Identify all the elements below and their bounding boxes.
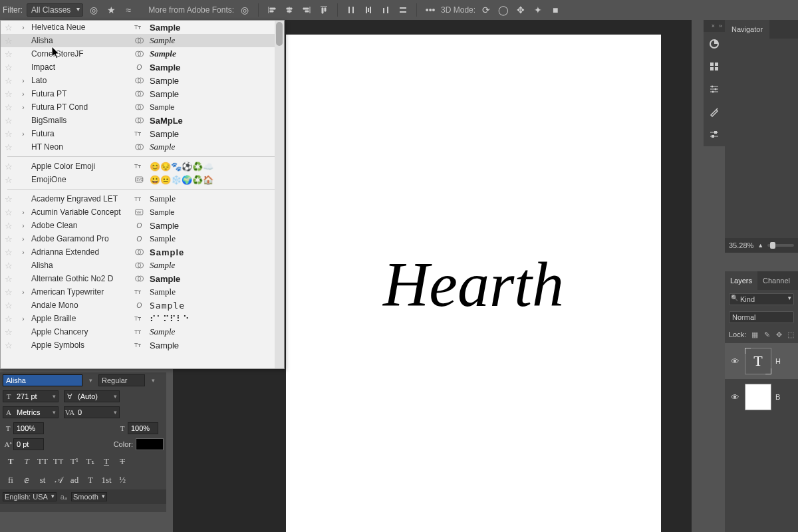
layer-visibility-icon[interactable]: 👁 [729, 356, 741, 366]
channels-tab[interactable]: Channel [757, 271, 795, 290]
align-left-icon[interactable] [265, 3, 279, 17]
font-style-dd[interactable]: ▾ [149, 377, 157, 384]
char-font-style-input[interactable] [98, 374, 145, 386]
swash-button[interactable]: 𝒜 [52, 473, 65, 487]
align-top-icon[interactable] [317, 3, 331, 17]
font-row[interactable]: ☆›AlishaSample [1, 34, 284, 47]
antialiasing-select[interactable]: Smooth [71, 492, 107, 501]
kerning-field[interactable]: AMetrics▾ [3, 406, 59, 418]
text-layer-content[interactable]: Hearth [286, 247, 661, 321]
expand-family-icon[interactable]: › [17, 77, 30, 84]
layer-visibility-icon[interactable]: 👁 [729, 392, 741, 402]
distribute-vcenter-icon[interactable] [362, 3, 375, 17]
underline-button[interactable]: T [100, 455, 113, 468]
favorite-star-icon[interactable]: ☆ [1, 129, 17, 139]
char-font-family-input[interactable] [3, 374, 82, 386]
faux-italic-button[interactable]: T [20, 455, 33, 468]
favorite-star-icon[interactable]: ☆ [1, 23, 17, 33]
3d-pan-icon[interactable]: ✥ [514, 3, 527, 17]
expand-family-icon[interactable]: › [17, 24, 30, 31]
expand-family-icon[interactable]: › [17, 249, 30, 256]
distribute-bottom-icon[interactable] [379, 3, 392, 17]
font-row[interactable]: ☆›AlishaSample [1, 259, 284, 272]
favorite-star-icon[interactable]: ☆ [1, 175, 17, 185]
subscript-button[interactable]: T₁ [84, 455, 97, 468]
3d-camera-icon[interactable]: ■ [549, 3, 562, 17]
layer-thumbnail[interactable]: T [745, 348, 771, 374]
favorite-star-icon[interactable]: ☆ [1, 194, 17, 204]
scrollbar-thumb[interactable] [276, 22, 283, 46]
favorite-star-icon[interactable]: ☆ [1, 314, 17, 324]
lock-paint-icon[interactable]: ✎ [763, 330, 770, 339]
vscale-field[interactable]: T [3, 422, 44, 434]
overflow-icon[interactable]: ••• [424, 3, 437, 17]
font-row[interactable]: ☆›Acumin Variable ConceptVarSample [1, 205, 284, 219]
favorite-star-icon[interactable]: ☆ [1, 89, 17, 99]
favorite-star-icon[interactable]: ☆ [1, 274, 17, 284]
similar-fonts-icon[interactable]: ≈ [122, 3, 135, 17]
3d-slide-icon[interactable]: ✦ [531, 3, 545, 17]
font-row[interactable]: ☆›Futura PTSample [1, 87, 284, 100]
small-caps-button[interactable]: Tᴛ [52, 455, 65, 468]
3d-orbit-icon[interactable]: ⟳ [479, 3, 493, 17]
expand-dock-icon[interactable]: » [719, 23, 722, 29]
ordinals-button[interactable]: 1st [100, 473, 113, 487]
expand-family-icon[interactable]: › [17, 222, 30, 229]
favorite-star-icon[interactable]: ☆ [1, 63, 17, 72]
favorite-star-icon[interactable]: ☆ [1, 340, 17, 350]
favorite-star-icon[interactable]: ☆ [1, 327, 17, 337]
font-row[interactable]: ☆›Adrianna ExtendedSample [1, 245, 284, 259]
superscript-button[interactable]: T¹ [68, 455, 81, 468]
layer-item[interactable]: 👁TH [725, 343, 798, 379]
font-row[interactable]: ☆›Alternate Gothic No2 DSample [1, 272, 284, 285]
favorite-star-icon[interactable]: ☆ [1, 221, 17, 231]
faux-bold-button[interactable]: T [4, 455, 17, 468]
favorite-star-icon[interactable]: ☆ [1, 102, 17, 112]
swatches-panel-icon[interactable] [708, 60, 721, 73]
expand-family-icon[interactable]: › [17, 90, 30, 98]
font-row[interactable]: ☆›Academy Engraved LETTᴛSample [1, 192, 284, 205]
lock-pixels-icon[interactable]: ▦ [751, 330, 758, 339]
adjustments-panel-icon[interactable] [708, 82, 721, 96]
favorite-filter-icon[interactable]: ★ [104, 3, 118, 17]
color-panel-icon[interactable] [708, 37, 721, 51]
font-row[interactable]: ☆›Apple SymbolsTᴛSample [1, 338, 284, 352]
favorite-star-icon[interactable]: ☆ [1, 142, 17, 152]
zoom-slider-thumb[interactable] [770, 242, 775, 249]
blend-mode-select[interactable]: Normal [729, 311, 794, 323]
layer-thumbnail[interactable] [745, 384, 771, 410]
font-row[interactable]: ☆›Apple Color EmojiTᴛ😊😔🐾⚽♻️☁️ [1, 160, 284, 173]
properties-panel-icon[interactable] [708, 128, 721, 141]
favorite-star-icon[interactable]: ☆ [1, 36, 17, 46]
font-size-field[interactable]: T271 pt▾ [3, 390, 59, 402]
zoom-out-icon[interactable]: ▲ [757, 242, 763, 249]
favorite-star-icon[interactable]: ☆ [1, 49, 17, 59]
favorite-star-icon[interactable]: ☆ [1, 76, 17, 86]
align-right-icon[interactable] [300, 3, 313, 17]
close-dock-icon[interactable]: × [712, 23, 715, 29]
favorite-star-icon[interactable]: ☆ [1, 207, 17, 217]
expand-family-icon[interactable]: › [17, 315, 30, 323]
favorite-star-icon[interactable]: ☆ [1, 234, 17, 244]
all-caps-button[interactable]: TT [36, 455, 49, 468]
navigator-tab[interactable]: Navigator [725, 20, 769, 39]
ligatures-button[interactable]: fi [4, 473, 17, 487]
titling-alt-button[interactable]: T [84, 473, 97, 487]
tracking-field[interactable]: VA0▾ [64, 406, 120, 418]
creative-cloud-icon[interactable]: ◎ [238, 3, 251, 17]
font-row[interactable]: ☆›LatoSample [1, 74, 284, 87]
font-row[interactable]: ☆›Adobe CleanOSample [1, 219, 284, 232]
contextual-alt-button[interactable]: ⅇ [20, 473, 33, 487]
font-row[interactable]: ☆›Futura PT CondSample [1, 100, 284, 114]
typekit-icon[interactable]: ◎ [87, 3, 100, 17]
leading-field[interactable]: Ɐ(Auto)▾ [64, 390, 120, 402]
expand-family-icon[interactable]: › [17, 130, 30, 138]
distribute-h-icon[interactable] [396, 3, 410, 17]
expand-family-icon[interactable]: › [17, 209, 30, 216]
font-row[interactable]: ☆›FuturaTᴛSample [1, 127, 284, 140]
3d-roll-icon[interactable]: ◯ [497, 3, 510, 17]
baseline-field[interactable]: Aª [3, 438, 44, 450]
favorite-star-icon[interactable]: ☆ [1, 287, 17, 297]
favorite-star-icon[interactable]: ☆ [1, 162, 17, 172]
favorite-star-icon[interactable]: ☆ [1, 261, 17, 271]
